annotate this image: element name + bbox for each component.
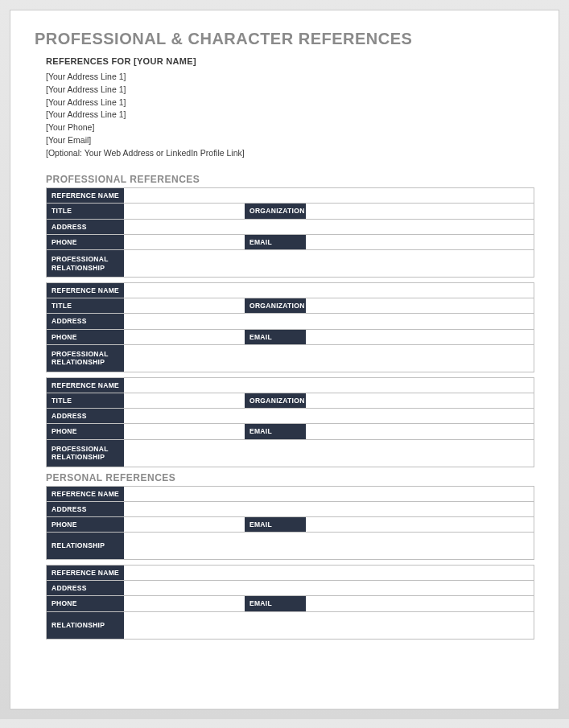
label-address: ADDRESS — [47, 502, 124, 516]
info-line: [Your Address Line 1] — [46, 109, 534, 121]
label-relationship: RELATIONSHIP — [47, 533, 124, 559]
info-line: [Your Phone] — [46, 121, 534, 134]
label-title: TITLE — [47, 298, 124, 313]
info-line: [Your Address Line 1] — [46, 84, 534, 97]
document-page: PROFESSIONAL & CHARACTER REFERENCES REFE… — [10, 10, 559, 709]
field-address[interactable] — [124, 502, 534, 516]
field-reference-name[interactable] — [124, 188, 534, 203]
label-email: EMAIL — [245, 517, 306, 532]
label-reference-name: REFERENCE NAME — [47, 283, 124, 298]
label-professional-relationship: PROFESSIONAL RELATIONSHIP — [47, 440, 124, 467]
info-line: [Your Address Line 1] — [46, 97, 534, 109]
label-reference-name: REFERENCE NAME — [47, 188, 124, 203]
label-reference-name: REFERENCE NAME — [47, 487, 124, 501]
professional-references-heading: PROFESSIONAL REFERENCES — [46, 174, 534, 185]
field-phone[interactable] — [124, 424, 245, 438]
page-title: PROFESSIONAL & CHARACTER REFERENCES — [35, 30, 534, 48]
label-organization: ORGANIZATION — [245, 204, 306, 218]
field-address[interactable] — [124, 409, 534, 423]
field-professional-relationship[interactable] — [124, 440, 534, 467]
field-professional-relationship[interactable] — [124, 345, 534, 372]
label-address: ADDRESS — [47, 581, 124, 595]
label-phone: PHONE — [47, 235, 124, 249]
label-title: TITLE — [47, 393, 124, 408]
field-organization[interactable] — [306, 298, 534, 313]
personal-reference-block: REFERENCE NAME ADDRESS PHONE EMAIL RELAT… — [46, 565, 534, 640]
field-address[interactable] — [124, 581, 534, 595]
field-professional-relationship[interactable] — [124, 250, 534, 277]
professional-reference-block: REFERENCE NAME TITLE ORGANIZATION ADDRES… — [46, 282, 534, 372]
label-email: EMAIL — [245, 596, 306, 611]
label-title: TITLE — [47, 204, 124, 218]
label-address: ADDRESS — [47, 409, 124, 423]
field-email[interactable] — [306, 517, 534, 532]
field-email[interactable] — [306, 596, 534, 611]
field-title[interactable] — [124, 298, 245, 313]
field-phone[interactable] — [124, 596, 245, 611]
field-relationship[interactable] — [124, 533, 534, 559]
field-email[interactable] — [306, 330, 534, 344]
field-address[interactable] — [124, 220, 534, 234]
label-email: EMAIL — [245, 424, 306, 438]
field-reference-name[interactable] — [124, 378, 534, 393]
field-reference-name[interactable] — [124, 566, 534, 580]
field-address[interactable] — [124, 314, 534, 328]
label-email: EMAIL — [245, 330, 306, 344]
label-organization: ORGANIZATION — [245, 298, 306, 313]
applicant-info: [Your Address Line 1] [Your Address Line… — [46, 71, 534, 159]
field-relationship[interactable] — [124, 612, 534, 639]
field-organization[interactable] — [306, 204, 534, 218]
field-phone[interactable] — [124, 517, 245, 532]
label-phone: PHONE — [47, 330, 124, 344]
label-phone: PHONE — [47, 517, 124, 532]
label-reference-name: REFERENCE NAME — [47, 566, 124, 580]
field-phone[interactable] — [124, 235, 245, 249]
field-reference-name[interactable] — [124, 487, 534, 501]
professional-reference-block: REFERENCE NAME TITLE ORGANIZATION ADDRES… — [46, 187, 534, 278]
info-line: [Optional: Your Web Address or LinkedIn … — [46, 147, 534, 160]
field-title[interactable] — [124, 204, 245, 218]
label-email: EMAIL — [245, 235, 306, 249]
label-organization: ORGANIZATION — [245, 393, 306, 408]
field-email[interactable] — [306, 235, 534, 249]
label-address: ADDRESS — [47, 314, 124, 328]
label-professional-relationship: PROFESSIONAL RELATIONSHIP — [47, 250, 124, 277]
label-phone: PHONE — [47, 424, 124, 438]
info-line: [Your Address Line 1] — [46, 71, 534, 84]
label-phone: PHONE — [47, 596, 124, 611]
label-professional-relationship: PROFESSIONAL RELATIONSHIP — [47, 345, 124, 372]
info-line: [Your Email] — [46, 134, 534, 147]
label-address: ADDRESS — [47, 220, 124, 234]
professional-reference-block: REFERENCE NAME TITLE ORGANIZATION ADDRES… — [46, 377, 534, 467]
field-reference-name[interactable] — [124, 283, 534, 298]
field-title[interactable] — [124, 393, 245, 408]
field-email[interactable] — [306, 424, 534, 438]
field-organization[interactable] — [306, 393, 534, 408]
references-for-heading: REFERENCES FOR [YOUR NAME] — [46, 56, 534, 66]
label-reference-name: REFERENCE NAME — [47, 378, 124, 393]
label-relationship: RELATIONSHIP — [47, 612, 124, 639]
personal-reference-block: REFERENCE NAME ADDRESS PHONE EMAIL RELAT… — [46, 486, 534, 561]
personal-references-heading: PERSONAL REFERENCES — [46, 472, 534, 483]
field-phone[interactable] — [124, 330, 245, 344]
